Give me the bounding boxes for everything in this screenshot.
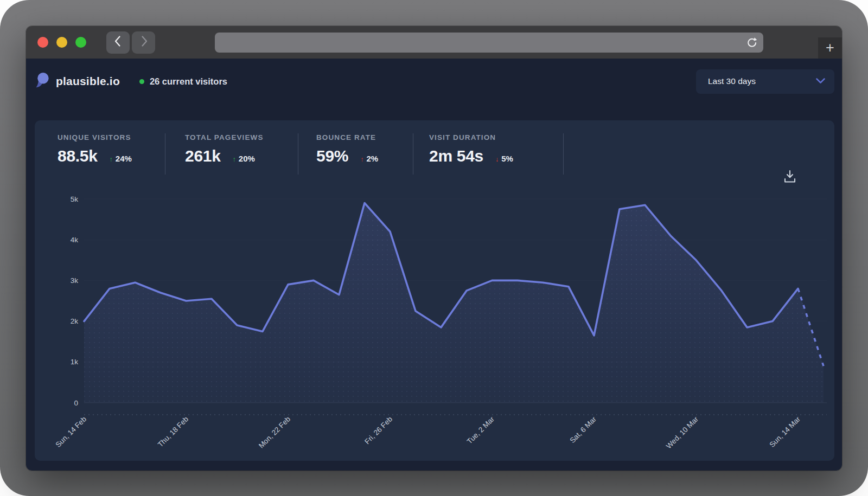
stat-unique-visitors[interactable]: UNIQUE VISITORS 88.5k ↑24%: [58, 133, 165, 175]
current-visitors-label: 26 current visitors: [150, 76, 227, 87]
date-range-value: Last 30 days: [708, 76, 756, 86]
chevron-right-icon: [138, 35, 150, 50]
stat-delta: ↑20%: [233, 154, 255, 163]
minimize-window-button[interactable]: [56, 37, 67, 48]
back-button[interactable]: [106, 31, 130, 54]
stat-divider: [563, 133, 564, 175]
dashboard-header: plausible.io 26 current visitors Last 30…: [26, 59, 842, 104]
svg-text:4k: 4k: [71, 236, 79, 244]
export-download-button[interactable]: [783, 169, 796, 186]
svg-text:3k: 3k: [71, 276, 79, 285]
svg-text:Fri, 26 Feb: Fri, 26 Feb: [363, 415, 394, 446]
svg-text:Thu, 18 Feb: Thu, 18 Feb: [156, 415, 190, 449]
svg-text:Mon, 22 Feb: Mon, 22 Feb: [257, 415, 292, 450]
visitors-chart: 5k4k3k2k1k0Sun, 14 FebThu, 18 FebMon, 22…: [35, 185, 834, 461]
new-tab-button[interactable]: +: [818, 37, 842, 59]
date-range-dropdown[interactable]: Last 30 days: [696, 69, 834, 94]
address-bar[interactable]: [215, 33, 763, 53]
chevron-down-icon: [816, 76, 825, 86]
svg-text:Wed, 10 Mar: Wed, 10 Mar: [665, 415, 700, 450]
refresh-icon[interactable]: [746, 37, 757, 50]
stat-delta: ↓5%: [495, 154, 513, 163]
stat-bounce-rate[interactable]: BOUNCE RATE 59% ↑2%: [298, 133, 413, 175]
browser-toolbar: +: [26, 26, 842, 59]
up-arrow-icon: ↑: [233, 156, 236, 163]
down-arrow-icon: ↓: [495, 156, 499, 163]
stat-delta: ↑2%: [360, 154, 378, 163]
desktop-background: + plausible.io 26 current visitors: [0, 0, 868, 496]
forward-button[interactable]: [132, 31, 155, 54]
visitors-chart-svg: 5k4k3k2k1k0Sun, 14 FebThu, 18 FebMon, 22…: [35, 185, 834, 461]
stat-total-pageviews[interactable]: TOTAL PAGEVIEWS 261k ↑20%: [165, 133, 298, 175]
plus-icon: +: [826, 41, 834, 55]
svg-text:2k: 2k: [71, 317, 79, 325]
up-arrow-icon: ↑: [110, 156, 113, 163]
stat-label: TOTAL PAGEVIEWS: [185, 133, 298, 141]
stat-visit-duration[interactable]: VISIT DURATION 2m 54s ↓5%: [413, 133, 563, 175]
dashboard-page: plausible.io 26 current visitors Last 30…: [26, 59, 842, 471]
stat-label: BOUNCE RATE: [316, 133, 413, 141]
svg-text:Sun, 14 Mar: Sun, 14 Mar: [768, 415, 802, 449]
live-dot-icon: [139, 79, 144, 84]
stat-value: 59%: [316, 147, 348, 165]
up-arrow-icon: ↑: [360, 156, 363, 163]
stat-value: 88.5k: [58, 147, 98, 165]
stat-label: VISIT DURATION: [429, 133, 563, 141]
window-controls: [37, 37, 86, 48]
site-brand[interactable]: plausible.io: [35, 72, 120, 91]
stat-value: 2m 54s: [429, 147, 483, 165]
svg-text:Sat, 6 Mar: Sat, 6 Mar: [568, 415, 598, 445]
browser-window: + plausible.io 26 current visitors: [26, 26, 842, 471]
stat-value: 261k: [185, 147, 221, 165]
current-visitors[interactable]: 26 current visitors: [139, 76, 227, 87]
plausible-logo-icon: [35, 72, 49, 91]
zoom-window-button[interactable]: [75, 37, 86, 48]
close-window-button[interactable]: [37, 37, 48, 48]
stats-row: UNIQUE VISITORS 88.5k ↑24% TOTAL PAGEVIE…: [58, 133, 564, 175]
svg-text:1k: 1k: [71, 358, 79, 366]
svg-text:5k: 5k: [71, 195, 79, 203]
chevron-left-icon: [112, 35, 124, 50]
analytics-card: UNIQUE VISITORS 88.5k ↑24% TOTAL PAGEVIE…: [35, 120, 834, 461]
download-icon: [783, 176, 796, 185]
site-name: plausible.io: [56, 75, 120, 88]
svg-text:0: 0: [74, 399, 78, 407]
stat-delta: ↑24%: [110, 154, 132, 163]
svg-text:Tue, 2 Mar: Tue, 2 Mar: [465, 415, 496, 446]
stat-label: UNIQUE VISITORS: [58, 133, 165, 141]
svg-text:Sun, 14 Feb: Sun, 14 Feb: [54, 415, 88, 449]
